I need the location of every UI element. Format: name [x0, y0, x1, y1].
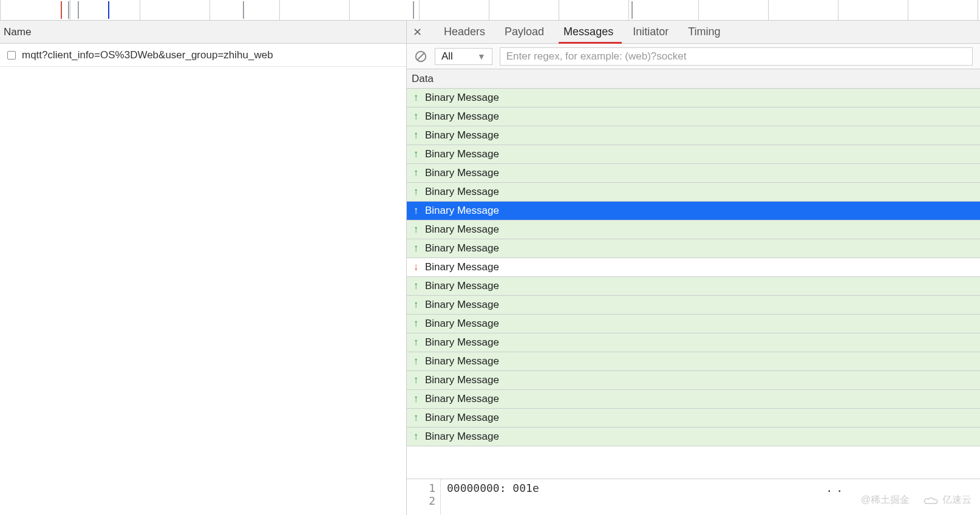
message-row[interactable]: ↑Binary Message — [407, 164, 980, 183]
message-type-dropdown[interactable]: All ▼ — [435, 48, 492, 65]
message-label: Binary Message — [425, 148, 499, 160]
timeline-mark — [243, 1, 244, 19]
message-row[interactable]: ↑Binary Message — [407, 183, 980, 202]
arrow-up-icon: ↑ — [412, 148, 420, 160]
arrow-up-icon: ↑ — [412, 186, 420, 198]
arrow-up-icon: ↑ — [412, 92, 420, 104]
hex-line-number: 1 — [412, 482, 435, 494]
timeline-tick — [698, 0, 699, 20]
arrow-down-icon: ↓ — [412, 261, 420, 273]
message-row[interactable]: ↑Binary Message — [407, 371, 980, 390]
timeline-tick — [279, 0, 280, 20]
hex-line-number: 2 — [412, 494, 435, 507]
message-row[interactable]: ↑Binary Message — [407, 409, 980, 428]
message-label: Binary Message — [425, 129, 499, 142]
message-row[interactable]: ↑Binary Message — [407, 107, 980, 126]
message-row[interactable]: ↑Binary Message — [407, 296, 980, 315]
arrow-up-icon: ↑ — [412, 336, 420, 349]
message-label: Binary Message — [425, 92, 499, 104]
message-label: Binary Message — [425, 393, 499, 405]
data-column-header[interactable]: Data — [407, 69, 980, 89]
arrow-up-icon: ↑ — [412, 111, 420, 123]
timeline-mark — [108, 1, 109, 19]
arrow-up-icon: ↑ — [412, 205, 420, 217]
message-row[interactable]: ↑Binary Message — [407, 145, 980, 164]
arrow-up-icon: ↑ — [412, 393, 420, 405]
message-row[interactable]: ↑Binary Message — [407, 89, 980, 107]
timeline-tick — [489, 0, 489, 20]
timeline-tick — [140, 0, 140, 20]
timeline-tick — [908, 0, 908, 20]
arrow-up-icon: ↑ — [412, 431, 420, 443]
dropdown-value: All — [441, 50, 453, 63]
timeline-strip — [0, 0, 980, 21]
message-label: Binary Message — [425, 186, 499, 198]
name-column-header[interactable]: Name — [0, 21, 406, 44]
tab-headers[interactable]: Headers — [443, 22, 486, 42]
arrow-up-icon: ↑ — [412, 299, 420, 311]
arrow-up-icon: ↑ — [412, 129, 420, 142]
message-label: Binary Message — [425, 261, 499, 273]
message-label: Binary Message — [425, 336, 499, 349]
tab-label: Headers — [444, 26, 485, 38]
timeline-mark — [413, 1, 414, 19]
message-row[interactable]: ↑Binary Message — [407, 390, 980, 409]
request-row[interactable]: mqtt?client_info=OS%3DWeb&user_group=zhi… — [0, 44, 406, 67]
websocket-icon — [7, 51, 16, 60]
messages-list[interactable]: ↑Binary Message↑Binary Message↑Binary Me… — [407, 89, 980, 479]
close-panel-icon[interactable]: ✕ — [413, 26, 422, 39]
tabs-row: ✕ HeadersPayloadMessagesInitiatorTiming — [407, 21, 980, 44]
request-label: mqtt?client_info=OS%3DWeb&user_group=zhi… — [22, 49, 273, 61]
message-label: Binary Message — [425, 223, 499, 236]
message-row[interactable]: ↑Binary Message — [407, 315, 980, 333]
timeline-tick — [768, 0, 769, 20]
svg-line-1 — [417, 53, 424, 60]
message-label: Binary Message — [425, 205, 499, 217]
tab-payload[interactable]: Payload — [503, 22, 545, 42]
chevron-down-icon: ▼ — [477, 52, 486, 61]
message-row[interactable]: ↑Binary Message — [407, 202, 980, 220]
data-column-label: Data — [412, 73, 434, 85]
timeline-tick — [628, 0, 629, 20]
message-row[interactable]: ↑Binary Message — [407, 239, 980, 258]
timeline-tick — [0, 0, 1, 20]
message-row[interactable]: ↑Binary Message — [407, 428, 980, 446]
message-filter-input[interactable] — [500, 47, 973, 66]
timeline-tick — [978, 0, 978, 20]
tab-label: Timing — [688, 26, 720, 38]
message-row[interactable]: ↑Binary Message — [407, 333, 980, 352]
message-label: Binary Message — [425, 431, 499, 443]
tab-timing[interactable]: Timing — [687, 22, 721, 42]
requests-panel: Name mqtt?client_info=OS%3DWeb&user_grou… — [0, 21, 407, 515]
arrow-up-icon: ↑ — [412, 412, 420, 424]
timeline-tick — [559, 0, 559, 20]
tab-label: Messages — [563, 26, 613, 38]
message-label: Binary Message — [425, 167, 499, 179]
tab-initiator[interactable]: Initiator — [631, 22, 670, 42]
message-row[interactable]: ↓Binary Message — [407, 258, 980, 277]
message-label: Binary Message — [425, 374, 499, 386]
timeline-tick — [838, 0, 839, 20]
message-label: Binary Message — [425, 318, 499, 330]
hex-line: 00000000: 001e — [447, 482, 974, 494]
message-row[interactable]: ↑Binary Message — [407, 352, 980, 371]
tab-active-indicator — [559, 42, 622, 44]
message-label: Binary Message — [425, 111, 499, 123]
tab-label: Payload — [505, 26, 544, 38]
arrow-up-icon: ↑ — [412, 167, 420, 179]
timeline-tick — [419, 0, 420, 20]
timeline-tick — [349, 0, 350, 20]
clear-filter-icon[interactable] — [414, 50, 427, 63]
timeline-tick — [70, 0, 70, 20]
message-label: Binary Message — [425, 299, 499, 311]
hex-content[interactable]: 00000000: 001e .. — [441, 479, 980, 515]
hex-ascii: .. — [826, 482, 846, 494]
tab-messages[interactable]: Messages — [562, 22, 614, 42]
messages-filter-bar: All ▼ — [407, 44, 980, 69]
hex-viewer: 1 2 00000000: 001e .. — [407, 479, 980, 515]
message-label: Binary Message — [425, 242, 499, 254]
message-row[interactable]: ↑Binary Message — [407, 220, 980, 239]
message-row[interactable]: ↑Binary Message — [407, 126, 980, 145]
message-row[interactable]: ↑Binary Message — [407, 277, 980, 296]
timeline-mark — [61, 1, 62, 19]
